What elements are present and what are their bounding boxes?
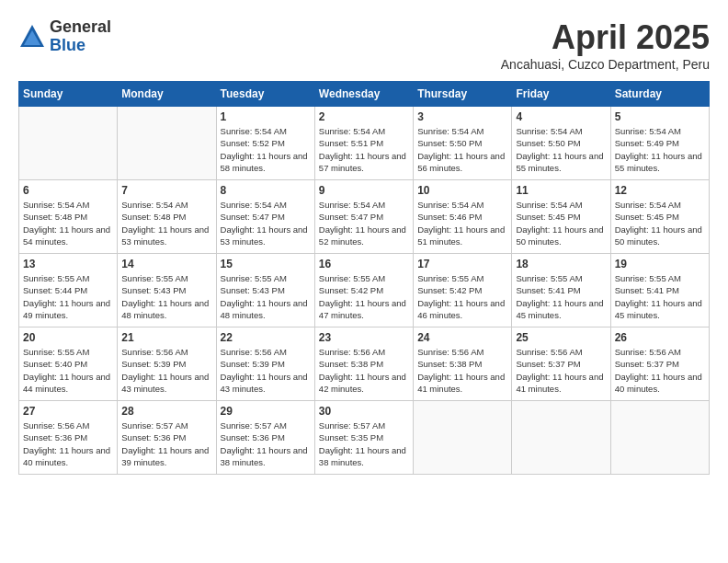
day-info: Sunrise: 5:54 AM Sunset: 5:47 PM Dayligh…: [319, 199, 409, 247]
day-info: Sunrise: 5:57 AM Sunset: 5:36 PM Dayligh…: [221, 419, 311, 468]
calendar-day: 1Sunrise: 5:54 AM Sunset: 5:52 PM Daylig…: [216, 107, 314, 180]
calendar-day: 27Sunrise: 5:56 AM Sunset: 5:36 PM Dayli…: [19, 401, 118, 475]
calendar-table: SundayMondayTuesdayWednesdayThursdayFrid…: [18, 81, 710, 475]
calendar-header-row: SundayMondayTuesdayWednesdayThursdayFrid…: [19, 82, 710, 107]
day-number: 27: [23, 405, 113, 418]
calendar-day: 4Sunrise: 5:54 AM Sunset: 5:50 PM Daylig…: [512, 107, 610, 180]
calendar-day: 25Sunrise: 5:56 AM Sunset: 5:37 PM Dayli…: [512, 327, 610, 401]
day-number: 17: [417, 258, 507, 270]
day-header-friday: Friday: [512, 82, 610, 107]
calendar-day: [512, 401, 610, 475]
day-number: 25: [516, 331, 606, 344]
calendar-day: 17Sunrise: 5:55 AM Sunset: 5:42 PM Dayli…: [414, 254, 512, 327]
day-info: Sunrise: 5:54 AM Sunset: 5:50 PM Dayligh…: [417, 125, 507, 174]
calendar-day: 24Sunrise: 5:56 AM Sunset: 5:38 PM Dayli…: [414, 327, 512, 401]
calendar-day: 30Sunrise: 5:57 AM Sunset: 5:35 PM Dayli…: [314, 401, 413, 475]
day-number: 26: [615, 331, 705, 344]
logo-general-text: General: [50, 18, 111, 37]
day-number: 21: [121, 331, 211, 344]
day-info: Sunrise: 5:57 AM Sunset: 5:36 PM Dayligh…: [121, 419, 211, 468]
calendar-day: 9Sunrise: 5:54 AM Sunset: 5:47 PM Daylig…: [314, 180, 413, 254]
day-number: 3: [417, 110, 507, 123]
day-header-saturday: Saturday: [610, 82, 709, 107]
day-number: 30: [319, 405, 409, 418]
calendar-day: [610, 401, 709, 475]
day-info: Sunrise: 5:55 AM Sunset: 5:44 PM Dayligh…: [23, 272, 113, 321]
day-info: Sunrise: 5:54 AM Sunset: 5:48 PM Dayligh…: [23, 199, 113, 247]
day-info: Sunrise: 5:55 AM Sunset: 5:43 PM Dayligh…: [221, 272, 311, 321]
calendar-day: 10Sunrise: 5:54 AM Sunset: 5:46 PM Dayli…: [414, 180, 512, 254]
day-number: 22: [221, 331, 311, 344]
day-info: Sunrise: 5:56 AM Sunset: 5:39 PM Dayligh…: [121, 346, 211, 395]
calendar-day: 26Sunrise: 5:56 AM Sunset: 5:37 PM Dayli…: [610, 327, 709, 401]
calendar-day: [414, 401, 512, 475]
day-info: Sunrise: 5:54 AM Sunset: 5:52 PM Dayligh…: [221, 125, 311, 174]
calendar-day: 2Sunrise: 5:54 AM Sunset: 5:51 PM Daylig…: [314, 107, 413, 180]
calendar-day: 23Sunrise: 5:56 AM Sunset: 5:38 PM Dayli…: [314, 327, 413, 401]
day-info: Sunrise: 5:56 AM Sunset: 5:38 PM Dayligh…: [417, 346, 507, 395]
day-number: 10: [417, 184, 507, 197]
day-info: Sunrise: 5:54 AM Sunset: 5:45 PM Dayligh…: [516, 199, 606, 247]
week-row-1: 1Sunrise: 5:54 AM Sunset: 5:52 PM Daylig…: [19, 107, 710, 180]
title-block: April 2025 Ancahuasi, Cuzco Department, …: [501, 18, 710, 72]
day-number: 19: [615, 258, 705, 270]
day-info: Sunrise: 5:54 AM Sunset: 5:47 PM Dayligh…: [221, 199, 311, 247]
calendar-day: 14Sunrise: 5:55 AM Sunset: 5:43 PM Dayli…: [118, 254, 216, 327]
calendar-day: 15Sunrise: 5:55 AM Sunset: 5:43 PM Dayli…: [216, 254, 314, 327]
day-info: Sunrise: 5:56 AM Sunset: 5:37 PM Dayligh…: [516, 346, 606, 395]
calendar-day: 5Sunrise: 5:54 AM Sunset: 5:49 PM Daylig…: [610, 107, 709, 180]
logo-icon: [18, 23, 46, 51]
day-number: 12: [615, 184, 705, 197]
calendar-day: 21Sunrise: 5:56 AM Sunset: 5:39 PM Dayli…: [118, 327, 216, 401]
month-title: April 2025: [501, 18, 710, 57]
week-row-2: 6Sunrise: 5:54 AM Sunset: 5:48 PM Daylig…: [19, 180, 710, 254]
day-number: 18: [516, 258, 606, 270]
calendar-day: 3Sunrise: 5:54 AM Sunset: 5:50 PM Daylig…: [414, 107, 512, 180]
day-info: Sunrise: 5:55 AM Sunset: 5:41 PM Dayligh…: [516, 272, 606, 321]
day-number: 29: [221, 405, 311, 418]
day-header-wednesday: Wednesday: [314, 82, 413, 107]
location-title: Ancahuasi, Cuzco Department, Peru: [501, 57, 710, 72]
day-info: Sunrise: 5:55 AM Sunset: 5:40 PM Dayligh…: [23, 346, 113, 395]
day-number: 8: [221, 184, 311, 197]
day-number: 9: [319, 184, 409, 197]
day-info: Sunrise: 5:56 AM Sunset: 5:36 PM Dayligh…: [23, 419, 113, 468]
day-header-thursday: Thursday: [414, 82, 512, 107]
week-row-3: 13Sunrise: 5:55 AM Sunset: 5:44 PM Dayli…: [19, 254, 710, 327]
day-info: Sunrise: 5:54 AM Sunset: 5:45 PM Dayligh…: [615, 199, 705, 247]
calendar-day: [19, 107, 118, 180]
calendar-day: 13Sunrise: 5:55 AM Sunset: 5:44 PM Dayli…: [19, 254, 118, 327]
day-number: 14: [121, 258, 211, 270]
week-row-4: 20Sunrise: 5:55 AM Sunset: 5:40 PM Dayli…: [19, 327, 710, 401]
day-info: Sunrise: 5:54 AM Sunset: 5:49 PM Dayligh…: [615, 125, 705, 174]
calendar-day: 22Sunrise: 5:56 AM Sunset: 5:39 PM Dayli…: [216, 327, 314, 401]
day-info: Sunrise: 5:54 AM Sunset: 5:46 PM Dayligh…: [417, 199, 507, 247]
day-number: 28: [121, 405, 211, 418]
calendar-day: 19Sunrise: 5:55 AM Sunset: 5:41 PM Dayli…: [610, 254, 709, 327]
day-number: 24: [417, 331, 507, 344]
calendar-day: 12Sunrise: 5:54 AM Sunset: 5:45 PM Dayli…: [610, 180, 709, 254]
calendar-day: 20Sunrise: 5:55 AM Sunset: 5:40 PM Dayli…: [19, 327, 118, 401]
day-number: 16: [319, 258, 409, 270]
day-number: 15: [221, 258, 311, 270]
day-info: Sunrise: 5:55 AM Sunset: 5:42 PM Dayligh…: [417, 272, 507, 321]
calendar-day: 16Sunrise: 5:55 AM Sunset: 5:42 PM Dayli…: [314, 254, 413, 327]
calendar-day: [118, 107, 216, 180]
page-header: General Blue April 2025 Ancahuasi, Cuzco…: [18, 18, 710, 72]
calendar-day: 6Sunrise: 5:54 AM Sunset: 5:48 PM Daylig…: [19, 180, 118, 254]
day-info: Sunrise: 5:56 AM Sunset: 5:38 PM Dayligh…: [319, 346, 409, 395]
calendar-day: 7Sunrise: 5:54 AM Sunset: 5:48 PM Daylig…: [118, 180, 216, 254]
day-number: 23: [319, 331, 409, 344]
day-info: Sunrise: 5:54 AM Sunset: 5:48 PM Dayligh…: [121, 199, 211, 247]
week-row-5: 27Sunrise: 5:56 AM Sunset: 5:36 PM Dayli…: [19, 401, 710, 475]
day-info: Sunrise: 5:54 AM Sunset: 5:50 PM Dayligh…: [516, 125, 606, 174]
day-number: 7: [121, 184, 211, 197]
day-info: Sunrise: 5:56 AM Sunset: 5:37 PM Dayligh…: [615, 346, 705, 395]
calendar-day: 18Sunrise: 5:55 AM Sunset: 5:41 PM Dayli…: [512, 254, 610, 327]
day-info: Sunrise: 5:54 AM Sunset: 5:51 PM Dayligh…: [319, 125, 409, 174]
day-number: 2: [319, 110, 409, 123]
day-header-sunday: Sunday: [19, 82, 118, 107]
day-number: 6: [23, 184, 113, 197]
calendar-day: 8Sunrise: 5:54 AM Sunset: 5:47 PM Daylig…: [216, 180, 314, 254]
calendar-day: 28Sunrise: 5:57 AM Sunset: 5:36 PM Dayli…: [118, 401, 216, 475]
